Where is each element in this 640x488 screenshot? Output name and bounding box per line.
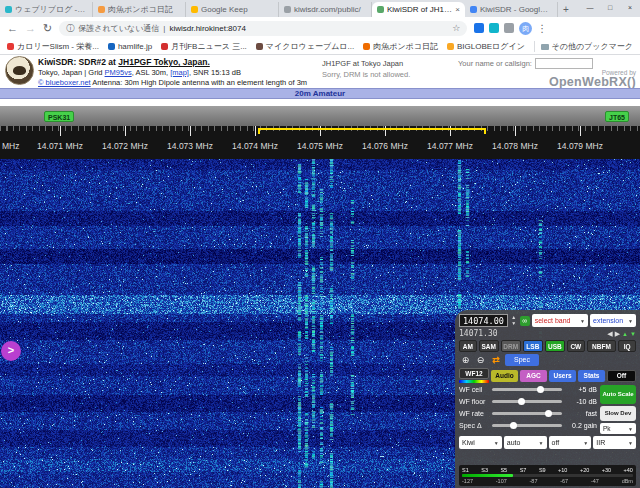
bookmark-item[interactable]: 月刊FBニュース 三... <box>161 41 247 52</box>
slider-knob[interactable] <box>510 422 517 429</box>
new-tab-button[interactable]: + <box>558 2 574 17</box>
filter-dropdown[interactable]: IIR▼ <box>593 436 636 449</box>
spec-button[interactable]: Spec <box>505 354 539 366</box>
bookmark-item[interactable]: BIGLOBEログイン <box>447 41 525 52</box>
grid-link[interactable]: PM95vs <box>105 68 132 77</box>
mode-iq-button[interactable]: IQ <box>618 340 636 352</box>
bookmark-item[interactable]: 肉魚ポンポコ日記 <box>363 41 438 52</box>
open-left-panel-button[interactable]: > <box>1 341 21 361</box>
page-left-icon[interactable]: ◀ <box>607 330 612 337</box>
passband-up-icon[interactable]: ▲ <box>622 331 628 337</box>
off-tab-button[interactable]: Off <box>607 370 636 382</box>
forward-icon[interactable]: → <box>25 23 36 34</box>
bookmark-item[interactable]: カロリーSlism - 栄養... <box>7 41 99 52</box>
agc-tab-button[interactable]: AGC <box>520 370 547 382</box>
tab-kiwisdr-active[interactable]: KiwiSDR of JH1PGF T...× <box>372 2 465 17</box>
passband-down-icon[interactable]: ▼ <box>630 331 636 337</box>
wf-ceil-slider[interactable] <box>492 388 562 391</box>
s-meter-bar <box>462 474 633 477</box>
profile-avatar[interactable]: 肉 <box>519 22 532 35</box>
tab-favicon <box>191 6 198 13</box>
band-label-strip[interactable]: PSK31 JT65 <box>0 106 640 126</box>
info-icon[interactable]: ⓘ <box>66 23 74 34</box>
extension-icon[interactable] <box>504 23 514 33</box>
sliders-block: WF ceil +5 dB WF floor -10 dB WF rate fa… <box>459 385 636 434</box>
tab-strip: ウェブリブログ - 無料で... 肉魚ポンポコ日記 Google Keep ki… <box>0 0 640 17</box>
extension-icon[interactable] <box>474 23 484 33</box>
reload-icon[interactable]: ↻ <box>43 23 52 34</box>
bookmark-star-icon[interactable]: ☆ <box>452 23 460 33</box>
station-title-link[interactable]: JH1PGF Tokyo, Japan. <box>118 57 209 67</box>
mode-drm-button[interactable]: DRM <box>501 340 521 352</box>
page-right-icon[interactable]: ▶ <box>615 330 620 337</box>
menu-icon[interactable]: ⋮ <box>537 23 547 34</box>
bookmark-favicon <box>447 43 454 50</box>
audio-tab-button[interactable]: Audio <box>491 370 518 382</box>
aperture-dropdown[interactable]: auto▼ <box>504 436 547 449</box>
pk-label: Pk <box>603 425 611 432</box>
slow-dev-button[interactable]: Slow Dev <box>600 406 636 421</box>
close-button[interactable]: × <box>620 0 640 15</box>
interpolation-dropdown[interactable]: off▼ <box>549 436 592 449</box>
pk-dropdown[interactable]: Pk▼ <box>600 423 636 434</box>
select-band-dropdown[interactable]: select band▼ <box>532 314 588 327</box>
band-chip-jt65[interactable]: JT65 <box>605 111 629 122</box>
wf-floor-label: WF floor <box>459 398 489 405</box>
omnibox[interactable]: ⓘ 保護されていない通信 | kiwisdr.hirokinet:8074 ☆ <box>59 21 467 36</box>
spec-delta-slider[interactable] <box>492 424 562 427</box>
slider-knob[interactable] <box>518 398 525 405</box>
tab-label: KiwiSDR of JH1PGF T... <box>387 5 452 14</box>
colormap-dropdown[interactable]: Kiwi▼ <box>459 436 502 449</box>
chevron-down-icon: ▼ <box>580 318 585 324</box>
bookmark-label: カロリーSlism - 栄養... <box>17 41 99 52</box>
s-meter-tick: +10 <box>558 467 567 473</box>
extension-dropdown[interactable]: extension▼ <box>590 314 636 327</box>
slider-knob[interactable] <box>545 410 552 417</box>
security-text: 保護されていない通信 <box>78 23 159 34</box>
wf-aperture-button[interactable]: WF12 <box>459 368 489 379</box>
bookmark-item[interactable]: hamlife.jp <box>108 41 152 52</box>
map-link[interactable]: [map] <box>170 68 189 77</box>
frequency-scale[interactable]: MHz 14.071 MHz 14.072 MHz 14.073 MHz 14.… <box>0 126 640 159</box>
tab-close-icon[interactable]: × <box>455 5 460 14</box>
freq-step-down-icon[interactable]: ▼ <box>510 321 518 326</box>
band-bar[interactable]: 20m Amateur <box>0 88 640 99</box>
users-tab-button[interactable]: Users <box>549 370 576 382</box>
zoom-out-icon[interactable]: ⊖ <box>474 354 487 366</box>
maximize-button[interactable]: □ <box>600 0 620 15</box>
back-icon[interactable]: ← <box>7 23 18 34</box>
owner-link[interactable]: © blueboxer.net <box>38 78 91 87</box>
minimize-button[interactable]: — <box>580 0 600 15</box>
tab-google-keep[interactable]: Google Keep <box>186 2 279 17</box>
mode-sam-button[interactable]: SAM <box>479 340 499 352</box>
dbm-unit: dBm <box>622 478 633 484</box>
tab-google-search[interactable]: KiwiSDR - Google 検索 <box>465 2 558 17</box>
frequency-input[interactable]: 14074.00 <box>459 314 508 327</box>
mode-lsb-button[interactable]: LSB <box>523 340 543 352</box>
pan-icon[interactable]: ⇄ <box>489 355 503 365</box>
mode-usb-button[interactable]: USB <box>545 340 565 352</box>
dbm-value: -47 <box>591 478 599 484</box>
tab-ponpoko-diary[interactable]: 肉魚ポンポコ日記 <box>93 2 186 17</box>
tab-kiwisdr-public[interactable]: kiwisdr.com/public/ <box>279 2 372 17</box>
mode-am-button[interactable]: AM <box>459 340 477 352</box>
s-meter-tick: S9 <box>539 467 546 473</box>
tab-weblyblog[interactable]: ウェブリブログ - 無料で... <box>0 2 93 17</box>
station-asl: , ASL 30m, <box>132 68 171 77</box>
bookmark-item[interactable]: マイクロウェーブムロ... <box>256 41 354 52</box>
extension-icon[interactable] <box>489 23 499 33</box>
other-bookmarks[interactable]: その他のブックマーク <box>534 41 634 52</box>
auto-scale-button[interactable]: Auto Scale <box>600 385 636 404</box>
mode-cw-button[interactable]: CW <box>567 340 585 352</box>
slider-knob[interactable] <box>537 386 544 393</box>
zoom-in-icon[interactable]: ⊕ <box>459 354 472 366</box>
stats-tab-button[interactable]: Stats <box>578 370 605 382</box>
s-meter-dbm-scale: -127 -107 -87 -67 -47 dBm <box>462 478 633 484</box>
wf-floor-slider[interactable] <box>492 400 562 403</box>
bookmark-label: hamlife.jp <box>118 42 152 51</box>
link-icon[interactable]: ∞ <box>520 316 530 326</box>
mode-nbfm-button[interactable]: NBFM <box>587 340 617 352</box>
wf-rate-slider[interactable] <box>492 412 562 415</box>
callsign-input[interactable] <box>535 58 593 69</box>
band-chip-psk31[interactable]: PSK31 <box>44 111 74 122</box>
